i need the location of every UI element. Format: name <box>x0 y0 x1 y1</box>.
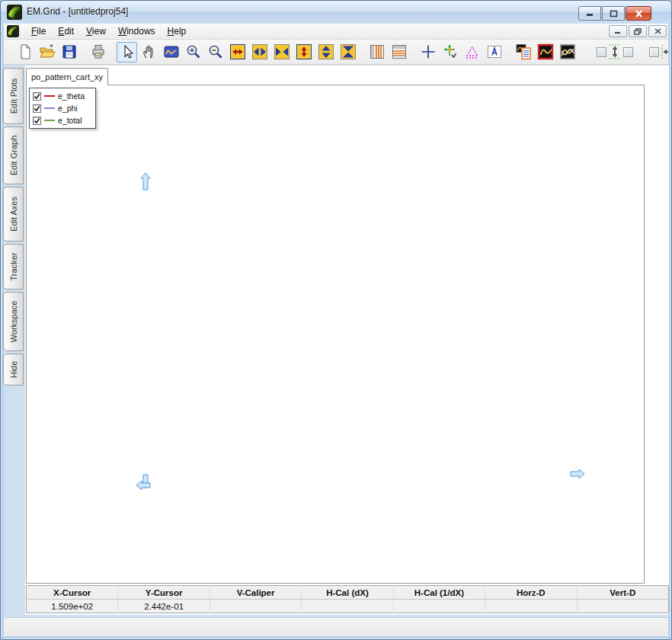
cursor-table-value-row: 1.509e+02 2.442e-01 <box>27 600 669 613</box>
print-button[interactable] <box>88 42 108 62</box>
menu-view[interactable]: View <box>80 24 112 38</box>
y-axis-pan-up-arrow[interactable] <box>141 173 150 190</box>
zoom-in-button[interactable] <box>183 42 203 62</box>
sidebar-tab-hide[interactable]: Hide <box>3 354 24 386</box>
legend-item-e-theta[interactable]: e_theta <box>33 90 92 102</box>
value-v-caliper <box>210 600 301 613</box>
legend-color-e-phi <box>44 107 55 109</box>
crosshair-button[interactable] <box>418 42 438 62</box>
expand-x-button[interactable] <box>227 42 248 62</box>
app-logo-icon <box>7 5 22 20</box>
value-horz-d <box>485 600 577 613</box>
minimize-button[interactable] <box>578 6 601 21</box>
horizontal-markers-button[interactable] <box>389 42 409 62</box>
app-window: EM.Grid - [untitledproj54] File Edit Vie… <box>0 0 672 640</box>
x-axis-pan-right-arrow[interactable] <box>571 469 584 478</box>
menu-bar: File Edit View Windows Help <box>4 24 668 40</box>
legend-checkbox-e-phi[interactable] <box>33 104 41 113</box>
menu-file[interactable]: File <box>25 24 52 38</box>
fit-view-button[interactable] <box>161 42 181 62</box>
toolbar: Layout <box>4 40 668 65</box>
legend-item-e-phi[interactable]: e_phi <box>33 102 92 114</box>
open-file-button[interactable] <box>37 42 57 62</box>
legend-checkbox-e-total[interactable] <box>33 117 41 125</box>
value-h-cal-1dx <box>393 600 485 613</box>
stretch-x-button[interactable] <box>249 42 270 62</box>
header-h-cal-1dx: H-Cal (1/dX) <box>393 586 485 600</box>
shrink-y-button[interactable] <box>338 42 358 62</box>
sync-horizontal-button[interactable] <box>647 42 668 62</box>
sync-vertical-left-checkbox[interactable] <box>597 47 606 57</box>
single-plot-button[interactable] <box>535 42 555 62</box>
legend-color-e-theta <box>44 95 55 97</box>
stretch-y-button[interactable] <box>315 42 336 62</box>
cursor-table-header-row: X-Cursor Y-Cursor V-Caliper H-Cal (dX) H… <box>27 586 669 600</box>
close-button[interactable] <box>626 6 651 21</box>
header-vert-d: Vert-D <box>577 586 668 600</box>
menu-edit[interactable]: Edit <box>52 24 80 38</box>
maximize-button[interactable] <box>602 6 625 21</box>
legend-checkbox-e-theta[interactable] <box>33 92 41 101</box>
header-h-cal-dx: H-Cal (dX) <box>302 586 393 600</box>
pan-hand-button[interactable] <box>139 42 159 62</box>
header-y-cursor: Y-Cursor <box>118 586 210 600</box>
save-button[interactable] <box>59 42 79 62</box>
menu-windows[interactable]: Windows <box>112 24 162 38</box>
value-vert-d <box>577 600 668 613</box>
select-cursor-button[interactable] <box>117 42 137 62</box>
status-bar <box>4 617 668 636</box>
menu-help[interactable]: Help <box>162 24 193 38</box>
vertical-markers-button[interactable] <box>366 42 387 62</box>
sidebar-tab-tracker[interactable]: Tracker <box>3 244 24 290</box>
value-x-cursor: 1.509e+02 <box>27 600 118 613</box>
value-h-cal-dx <box>302 600 393 613</box>
legend-color-e-total <box>44 120 55 121</box>
shrink-x-button[interactable] <box>271 42 292 62</box>
tracker-button[interactable] <box>440 42 460 62</box>
text-annotation-button[interactable] <box>484 42 504 62</box>
mdi-minimize-button[interactable] <box>609 25 627 37</box>
legend-item-e-total[interactable]: e_total <box>33 114 92 126</box>
mdi-close-button[interactable] <box>648 25 667 37</box>
vertical-sync-arrow-icon <box>607 43 622 61</box>
axis-pan-arrows <box>130 168 603 496</box>
document-icon <box>7 25 19 37</box>
sidebar-tab-workspace[interactable]: Workspace <box>3 292 24 351</box>
value-y-cursor: 2.442e-01 <box>118 600 210 613</box>
sync-vertical-right-checkbox[interactable] <box>623 47 633 57</box>
zoom-out-button[interactable] <box>205 42 226 62</box>
cursor-readout-table: X-Cursor Y-Cursor V-Caliper H-Cal (dX) H… <box>26 585 669 613</box>
expand-y-button[interactable] <box>293 42 314 62</box>
sidebar-tab-edit-graph[interactable]: Edit Graph <box>3 126 24 184</box>
header-horz-d: Horz-D <box>485 586 577 600</box>
plot-report-button[interactable] <box>513 42 533 62</box>
plot-legend: e_theta e_phi e_total <box>29 88 96 129</box>
title-bar[interactable]: EM.Grid - [untitledproj54] <box>1 1 671 24</box>
mdi-restore-button[interactable] <box>629 25 647 37</box>
horizontal-sync-arrow-icon <box>660 43 668 60</box>
new-file-button[interactable] <box>14 42 35 62</box>
document-tab[interactable]: po_pattern_cart_xy <box>26 68 108 85</box>
header-x-cursor: X-Cursor <box>27 586 118 600</box>
sidebar-tab-edit-axes[interactable]: Edit Axes <box>3 187 24 242</box>
header-v-caliper: V-Caliper <box>210 586 301 600</box>
window-title: EM.Grid - [untitledproj54] <box>27 6 128 17</box>
sync-horizontal-left-checkbox[interactable] <box>649 47 659 57</box>
multi-plot-button[interactable] <box>557 42 578 62</box>
sync-vertical-button[interactable] <box>593 42 637 62</box>
caliper-button[interactable] <box>462 42 482 62</box>
sidebar-tab-edit-plots[interactable]: Edit Plots <box>3 68 24 124</box>
